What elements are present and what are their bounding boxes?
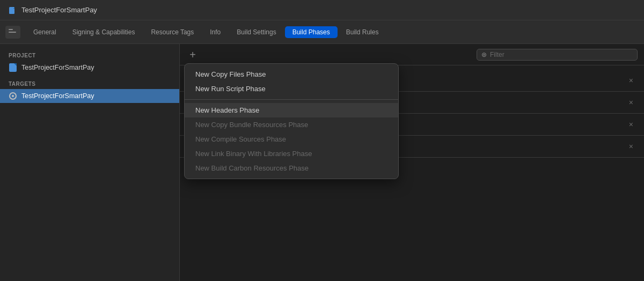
sidebar-item-project[interactable]: TestProjectForSmartPay	[0, 61, 179, 75]
phase-row-close-2[interactable]: ×	[627, 97, 635, 108]
dropdown-section-2: New Headers Phase New Copy Bundle Resour…	[185, 100, 398, 179]
filter-box: ⊛	[477, 49, 638, 61]
filter-input[interactable]	[490, 51, 633, 58]
dropdown-item-compile-sources: New Compile Sources Phase	[185, 132, 398, 146]
tab-signing[interactable]: Signing & Capabilities	[65, 26, 143, 38]
content-toolbar: + ⊛ New Copy Files Phase New Run Script …	[180, 44, 644, 65]
sidebar-project-name: TestProjectForSmartPay	[21, 64, 94, 71]
filter-icon: ⊛	[481, 51, 487, 58]
phase-row-close-1[interactable]: ×	[627, 75, 635, 86]
title-bar-title: TestProjectForSmartPay	[21, 6, 97, 14]
dropdown-section-1: New Copy Files Phase New Run Script Phas…	[185, 64, 398, 100]
targets-section-label: TARGETS	[0, 79, 179, 89]
content-area: + ⊛ New Copy Files Phase New Run Script …	[180, 44, 644, 281]
dropdown-item-run-script[interactable]: New Run Script Phase	[185, 82, 398, 96]
tab-build-phases[interactable]: Build Phases	[285, 26, 338, 38]
project-icon	[9, 6, 17, 14]
dropdown-item-copy-files[interactable]: New Copy Files Phase	[185, 67, 398, 82]
tab-resource-tags[interactable]: Resource Tags	[143, 26, 201, 38]
title-bar: TestProjectForSmartPay	[0, 0, 644, 20]
tab-build-rules[interactable]: Build Rules	[339, 26, 386, 38]
sidebar: PROJECT TestProjectForSmartPay TARGETS T…	[0, 44, 180, 281]
tab-bar: GeneralSigning & CapabilitiesResource Ta…	[0, 20, 644, 44]
dropdown-item-copy-bundle: New Copy Bundle Resources Phase	[185, 117, 398, 132]
target-icon	[9, 92, 17, 100]
dropdown-item-headers[interactable]: New Headers Phase	[185, 103, 398, 117]
project-section-label: PROJECT	[0, 50, 179, 61]
phase-row-close-embed[interactable]: ×	[627, 141, 635, 152]
sidebar-toggle-icon	[9, 29, 17, 35]
add-phase-button[interactable]: +	[186, 48, 199, 61]
phase-row-close-3[interactable]: ×	[627, 119, 635, 130]
tab-general[interactable]: General	[26, 26, 64, 38]
dropdown-item-link-binary: New Link Binary With Libraries Phase	[185, 146, 398, 161]
sidebar-toggle-button[interactable]	[5, 26, 20, 39]
dropdown-item-build-carbon: New Build Carbon Resources Phase	[185, 161, 398, 175]
tab-info[interactable]: Info	[202, 26, 228, 38]
tab-build-settings[interactable]: Build Settings	[229, 26, 283, 38]
sidebar-item-target[interactable]: TestProjectForSmartPay	[0, 89, 179, 103]
sidebar-target-name: TestProjectForSmartPay	[21, 92, 94, 100]
project-doc-icon	[9, 63, 17, 72]
main-content: PROJECT TestProjectForSmartPay TARGETS T…	[0, 44, 644, 281]
add-phase-dropdown: New Copy Files Phase New Run Script Phas…	[184, 63, 399, 179]
